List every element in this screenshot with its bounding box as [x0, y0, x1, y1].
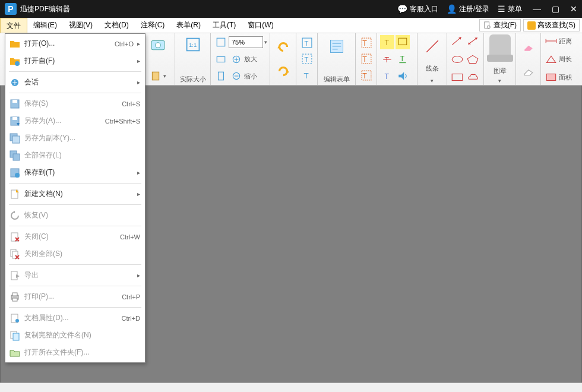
svg-marker-52 [546, 56, 555, 62]
menu-item-revert[interactable]: 恢复(V) [5, 207, 145, 224]
svg-point-66 [15, 173, 20, 178]
camera-icon[interactable] [148, 34, 168, 55]
text-blue-icon[interactable]: T [380, 69, 394, 83]
cloud-shape-icon[interactable] [465, 71, 480, 84]
menu-view[interactable]: 视图(V) [63, 18, 99, 33]
clipboard-icon[interactable] [148, 69, 163, 83]
eraser-white-icon[interactable] [521, 64, 536, 78]
zoom-in-icon[interactable] [229, 52, 243, 67]
close-window-button[interactable]: ✕ [570, 4, 577, 14]
svg-marker-48 [524, 70, 533, 75]
stamp-label: 图章 [494, 65, 507, 75]
highlight-t-icon[interactable]: T [380, 35, 394, 49]
binoculars-icon [527, 21, 536, 30]
edit-form-label: 编辑表单 [324, 74, 350, 84]
menu-item-close[interactable]: 关闭(C) Ctrl+W [5, 228, 145, 245]
svg-rect-80 [12, 293, 17, 296]
hamburger-menu-button[interactable]: ☰ 菜单 [498, 4, 522, 14]
chevron-right-icon: ▸ [137, 191, 140, 197]
edit-form-icon[interactable] [324, 34, 350, 58]
svg-text:T: T [362, 55, 367, 64]
sound-icon[interactable] [396, 69, 410, 83]
open-folder-icon [9, 347, 21, 359]
align-text-icon[interactable]: T [359, 36, 374, 50]
folder-web-icon [9, 55, 21, 67]
stamp-icon[interactable] [489, 34, 511, 63]
ellipse-shape-icon[interactable] [450, 53, 465, 66]
svg-point-3 [156, 43, 161, 48]
fit-width-icon[interactable] [214, 52, 228, 67]
find-button[interactable]: 查找(F) [479, 19, 521, 31]
menu-item-open[interactable]: 打开(O)... Ctrl+O ▸ [5, 35, 145, 52]
distance-icon[interactable] [543, 34, 559, 48]
area-icon[interactable] [543, 71, 559, 84]
line-tool-icon[interactable] [420, 34, 444, 58]
menu-item-save-as[interactable]: 另存为(A)... Ctrl+Shift+S [5, 112, 145, 129]
hamburger-icon: ☰ [498, 4, 505, 14]
svg-rect-64 [13, 154, 20, 160]
zoom-out-icon[interactable] [229, 69, 243, 83]
move-text-icon[interactable]: T [359, 68, 374, 83]
menu-item-session[interactable]: 会话 ▸ [5, 74, 145, 91]
svg-text:T: T [304, 56, 308, 63]
eraser-pink-icon[interactable] [521, 40, 536, 54]
page-find-icon [483, 21, 492, 30]
minimize-button[interactable]: — [533, 4, 541, 14]
zoom-level-input[interactable]: 75% [229, 36, 263, 48]
menu-item-export[interactable]: 导出 ▸ [5, 267, 145, 284]
text-tool-c-icon[interactable]: T [300, 68, 314, 83]
strikethrough-icon[interactable]: T [380, 52, 394, 67]
note-icon[interactable] [396, 35, 410, 49]
text-tool-b-icon[interactable]: T [300, 52, 314, 66]
save-copy-icon [9, 132, 21, 144]
undo-icon[interactable] [273, 37, 293, 57]
menu-item-open-from[interactable]: 打开自(F) ▸ [5, 52, 145, 69]
menu-item-save-to[interactable]: 保存到(T) ▸ [5, 164, 145, 181]
menu-item-save-as-copy[interactable]: 另存为副本(Y)... [5, 129, 145, 147]
menu-item-save-all[interactable]: 全部保存(L) [5, 147, 145, 164]
advanced-find-button[interactable]: 高级查找(S) [523, 19, 580, 31]
menu-item-save[interactable]: 保存(S) Ctrl+S [5, 95, 145, 112]
menu-item-new-document[interactable]: 新建文档(N) ▸ [5, 185, 145, 203]
svg-text:T: T [304, 39, 308, 46]
svg-rect-8 [217, 56, 225, 62]
menu-item-print[interactable]: 打印(P)... Ctrl+P [5, 288, 145, 305]
redo-icon[interactable] [273, 61, 293, 81]
svg-rect-57 [12, 100, 17, 103]
customer-service-button[interactable]: 💬 客服入口 [397, 4, 438, 14]
menu-item-copy-filename[interactable]: 复制完整的文件名(N) [5, 327, 145, 344]
menu-form[interactable]: 表单(R) [170, 18, 207, 33]
save-all-icon [9, 150, 21, 162]
underline-icon[interactable]: T [396, 52, 410, 67]
menu-item-close-all[interactable]: 关闭全部(S) [5, 245, 145, 263]
svg-marker-78 [16, 274, 20, 278]
svg-rect-53 [546, 74, 555, 81]
menu-window[interactable]: 窗口(W) [242, 18, 279, 33]
svg-rect-85 [13, 333, 19, 340]
perimeter-icon[interactable] [543, 53, 559, 66]
print-icon [9, 291, 21, 303]
zoom-in-label: 放大 [244, 55, 257, 64]
polygon-shape-icon[interactable] [465, 53, 480, 66]
menu-annotate[interactable]: 注释(C) [135, 18, 171, 33]
chevron-down-icon: ▾ [431, 78, 434, 84]
menu-item-doc-properties[interactable]: 文档属性(D)... Ctrl+D [5, 309, 145, 327]
svg-marker-47 [524, 46, 533, 51]
menu-item-open-folder[interactable]: 打开所在文件夹(F)... [5, 344, 145, 361]
menu-edit[interactable]: 编辑(E) [27, 18, 63, 33]
double-arrow-icon[interactable] [465, 34, 480, 48]
arrow-shape-icon[interactable] [450, 34, 465, 48]
fit-height-icon[interactable] [214, 69, 228, 83]
text-tool-a-icon[interactable]: T [300, 36, 314, 50]
menu-file[interactable]: 文件 [0, 18, 27, 33]
login-button[interactable]: 👤 注册/登录 [447, 4, 489, 14]
menu-document[interactable]: 文档(D) [99, 18, 135, 33]
fit-page-icon[interactable] [214, 35, 228, 49]
actual-size-icon[interactable]: 1:1 [183, 34, 203, 55]
select-text-icon[interactable]: T [359, 52, 374, 66]
titlebar: P 迅捷PDF编辑器 💬 客服入口 👤 注册/登录 ☰ 菜单 — ▢ ✕ [0, 0, 582, 18]
menu-tool[interactable]: 工具(T) [207, 18, 242, 33]
distance-label: 距离 [559, 37, 572, 46]
maximize-button[interactable]: ▢ [552, 4, 559, 14]
rect-shape-icon[interactable] [450, 71, 465, 84]
